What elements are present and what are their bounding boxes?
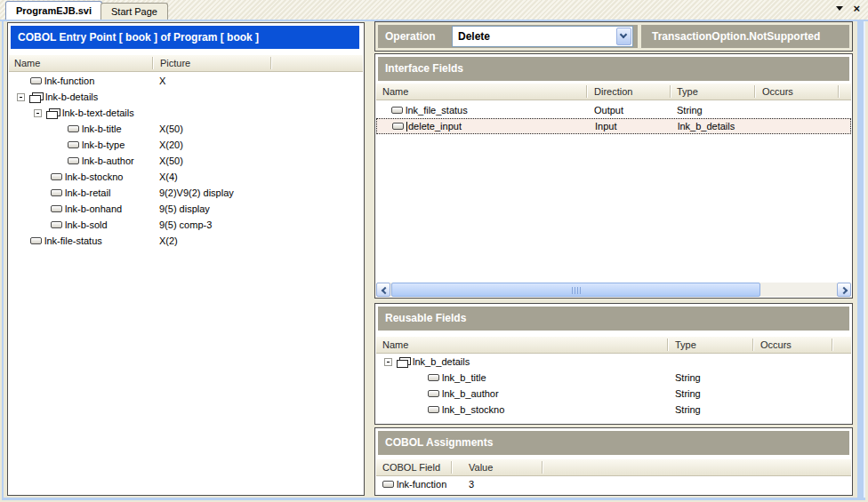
- operation-select[interactable]: Delete: [452, 26, 633, 47]
- field-icon: [68, 125, 79, 132]
- table-row[interactable]: lnk_file_status Output String: [376, 102, 851, 118]
- text-caret: [406, 122, 407, 131]
- field-icon: [30, 77, 42, 84]
- column-divider[interactable]: [754, 85, 755, 98]
- column-occurs[interactable]: Occurs: [762, 84, 793, 100]
- editor-controls: ×: [836, 4, 860, 13]
- view-menu-icon[interactable]: [836, 6, 843, 11]
- cobol-assignments-column-header: COBOL Field Value: [376, 459, 851, 476]
- transaction-option-label: TransactionOption.NotSupported: [641, 25, 849, 48]
- cobol-assignments-table: lnk-function 3: [376, 476, 851, 492]
- panel-title: COBOL Entry Point [ book ] of Program [ …: [11, 26, 359, 49]
- column-divider[interactable]: [586, 85, 587, 98]
- column-divider[interactable]: [832, 339, 832, 351]
- column-divider[interactable]: [451, 461, 452, 474]
- column-direction[interactable]: Direction: [594, 84, 632, 100]
- field-icon: [51, 221, 62, 228]
- field-icon: [51, 189, 62, 196]
- tree-row[interactable]: lnk-file-status X(2): [9, 233, 363, 249]
- editor-tab-strip: ProgramEJB.svi Start Page ×: [0, 0, 868, 20]
- field-icon: [51, 205, 62, 212]
- tree-row[interactable]: lnk_b_stockno String: [376, 402, 851, 418]
- column-type[interactable]: Type: [675, 337, 696, 353]
- column-name[interactable]: Name: [14, 55, 40, 71]
- field-icon: [392, 123, 404, 130]
- table-row[interactable]: lnk-function 3: [376, 476, 851, 492]
- group-icon: [397, 357, 410, 367]
- column-occurs[interactable]: Occurs: [760, 337, 792, 353]
- tree-row[interactable]: lnk-function X: [9, 73, 363, 89]
- column-name[interactable]: Name: [382, 84, 408, 100]
- window-border-right: [857, 21, 865, 498]
- collapse-icon[interactable]: [17, 93, 25, 101]
- tree-row[interactable]: lnk-b-type X(20): [9, 137, 363, 153]
- column-divider[interactable]: [667, 339, 668, 351]
- column-picture[interactable]: Picture: [160, 55, 190, 71]
- window-border-left: [2, 21, 4, 498]
- tab-programejb-svi[interactable]: ProgramEJB.svi: [5, 1, 102, 20]
- tree-row[interactable]: lnk_b_details: [376, 354, 851, 370]
- tree-row[interactable]: lnk-b-onhand 9(5) display: [9, 201, 363, 217]
- field-icon: [30, 237, 42, 244]
- tab-start-page[interactable]: Start Page: [100, 3, 168, 20]
- field-icon: [428, 406, 439, 413]
- reusable-fields-table: lnk_b_details lnk_b_title String lnk_b_a…: [376, 354, 851, 418]
- tree-row[interactable]: lnk-b-text-details: [9, 105, 363, 121]
- operation-selected-value: Delete: [453, 27, 632, 46]
- scroll-right-icon[interactable]: [837, 283, 851, 297]
- tree-row[interactable]: lnk-b-details: [9, 89, 363, 105]
- tree-row[interactable]: lnk_b_title String: [376, 370, 851, 386]
- horizontal-scrollbar[interactable]: [376, 283, 851, 297]
- field-icon: [68, 157, 79, 164]
- interface-fields-table: lnk_file_status Output String delete_inp…: [376, 102, 851, 134]
- field-icon: [382, 481, 394, 488]
- tree-row[interactable]: lnk-b-stockno X(4): [9, 169, 363, 185]
- cobol-assignments-section: COBOL Assignments COBOL Field Value lnk-…: [374, 427, 853, 496]
- interface-fields-section: Interface Fields Name Direction Type Occ…: [374, 53, 853, 299]
- column-type[interactable]: Type: [677, 84, 698, 100]
- cobol-entry-point-panel: COBOL Entry Point [ book ] of Program [ …: [7, 22, 365, 496]
- tree-row[interactable]: lnk_b_author String: [376, 386, 851, 402]
- column-value[interactable]: Value: [469, 459, 493, 475]
- section-title: Interface Fields: [378, 57, 849, 81]
- column-divider[interactable]: [542, 461, 542, 474]
- tree-row[interactable]: lnk-b-author X(50): [9, 153, 363, 169]
- column-divider[interactable]: [838, 85, 839, 98]
- tree-column-header: Name Picture: [9, 55, 363, 72]
- cobol-tree: lnk-function X lnk-b-details lnk-b-text-…: [9, 73, 363, 249]
- collapse-icon[interactable]: [34, 109, 42, 117]
- field-icon: [68, 141, 79, 148]
- tree-row[interactable]: lnk-b-title X(50): [9, 121, 363, 137]
- tree-row[interactable]: lnk-b-retail 9(2)V9(2) display: [9, 185, 363, 201]
- scroll-left-icon[interactable]: [376, 283, 390, 297]
- collapse-icon[interactable]: [384, 358, 392, 366]
- column-divider[interactable]: [752, 339, 753, 351]
- tab-label: ProgramEJB.svi: [16, 5, 92, 16]
- column-divider[interactable]: [270, 57, 271, 69]
- dropdown-button[interactable]: [616, 28, 631, 45]
- field-icon: [391, 107, 403, 114]
- field-icon: [428, 390, 439, 397]
- tab-label: Start Page: [111, 6, 157, 17]
- reusable-fields-column-header: Name Type Occurs: [376, 337, 851, 354]
- window-border-bottom: [2, 498, 865, 500]
- field-icon: [428, 374, 439, 381]
- field-icon: [51, 173, 62, 180]
- section-title: COBOL Assignments: [378, 431, 849, 455]
- table-row-selected[interactable]: delete_input Input lnk_b_details: [376, 118, 851, 134]
- column-divider[interactable]: [670, 85, 671, 98]
- group-icon: [29, 92, 43, 102]
- chevron-down-icon: [620, 31, 627, 38]
- column-divider[interactable]: [152, 57, 153, 69]
- column-name[interactable]: Name: [382, 337, 408, 353]
- scrollbar-thumb[interactable]: [391, 283, 760, 297]
- interface-fields-column-header: Name Direction Type Occurs: [376, 84, 851, 100]
- section-title: Reusable Fields: [378, 307, 849, 331]
- column-cobol-field[interactable]: COBOL Field: [382, 459, 440, 475]
- close-icon[interactable]: ×: [853, 4, 860, 13]
- group-icon: [46, 108, 60, 118]
- editor-content: COBOL Entry Point [ book ] of Program [ …: [0, 20, 868, 502]
- operation-bar: Operation Delete TransactionOption.NotSu…: [374, 21, 853, 52]
- reusable-fields-section: Reusable Fields Name Type Occurs lnk_b_d…: [374, 303, 853, 425]
- tree-row[interactable]: lnk-b-sold 9(5) comp-3: [9, 217, 363, 233]
